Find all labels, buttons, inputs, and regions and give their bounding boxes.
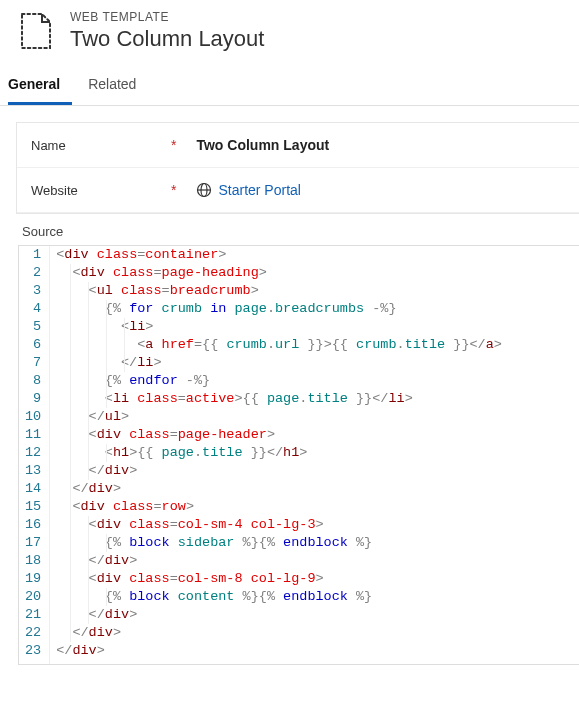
code-line[interactable]: </div> (56, 552, 579, 570)
line-number: 18 (25, 552, 41, 570)
label-source: Source (16, 214, 579, 245)
line-number: 5 (25, 318, 41, 336)
form-row-website: Website * Starter Portal (17, 168, 579, 213)
line-number: 21 (25, 606, 41, 624)
code-line[interactable]: </div> (56, 642, 579, 660)
line-number: 19 (25, 570, 41, 588)
code-line[interactable]: <div class=page-heading> (56, 264, 579, 282)
code-area[interactable]: <div class=container> <div class=page-he… (50, 246, 579, 664)
document-icon (16, 11, 56, 51)
line-number: 22 (25, 624, 41, 642)
code-line[interactable]: <div class=row> (56, 498, 579, 516)
record-header: WEB TEMPLATE Two Column Layout (0, 0, 579, 66)
line-number: 13 (25, 462, 41, 480)
line-number: 20 (25, 588, 41, 606)
line-number: 11 (25, 426, 41, 444)
code-line[interactable]: <div class=col-sm-8 col-lg-9> (56, 570, 579, 588)
form-row-name: Name * Two Column Layout (17, 123, 579, 168)
line-number: 23 (25, 642, 41, 660)
code-line[interactable]: <li class=active>{{ page.title }}</li> (56, 390, 579, 408)
label-name: Name (31, 138, 171, 153)
line-number: 6 (25, 336, 41, 354)
code-line[interactable]: </ul> (56, 408, 579, 426)
line-number: 8 (25, 372, 41, 390)
code-line[interactable]: <div class=page-header> (56, 426, 579, 444)
tab-bar: General Related (0, 66, 579, 106)
label-website: Website (31, 183, 171, 198)
code-line[interactable]: <div class=col-sm-4 col-lg-3> (56, 516, 579, 534)
code-line[interactable]: <div class=container> (56, 246, 579, 264)
code-line[interactable]: </div> (56, 606, 579, 624)
code-line[interactable]: </div> (56, 480, 579, 498)
code-line[interactable]: <li> (56, 318, 579, 336)
line-number: 14 (25, 480, 41, 498)
code-line[interactable]: {% block content %}{% endblock %} (56, 588, 579, 606)
line-number: 17 (25, 534, 41, 552)
line-number: 10 (25, 408, 41, 426)
line-number: 7 (25, 354, 41, 372)
tab-related[interactable]: Related (88, 66, 148, 105)
code-line[interactable]: {% for crumb in page.breadcrumbs -%} (56, 300, 579, 318)
code-line[interactable]: </li> (56, 354, 579, 372)
tab-general[interactable]: General (8, 66, 72, 105)
code-line[interactable]: {% block sidebar %}{% endblock %} (56, 534, 579, 552)
line-number: 2 (25, 264, 41, 282)
line-number: 4 (25, 300, 41, 318)
required-marker: * (171, 182, 176, 198)
name-field[interactable]: Two Column Layout (196, 137, 329, 153)
code-line[interactable]: <a href={{ crumb.url }}>{{ crumb.title }… (56, 336, 579, 354)
line-number: 16 (25, 516, 41, 534)
header-subtitle: WEB TEMPLATE (70, 10, 264, 24)
code-line[interactable]: </div> (56, 624, 579, 642)
line-number: 9 (25, 390, 41, 408)
form-panel: Name * Two Column Layout Website * Start… (16, 122, 579, 214)
line-number: 15 (25, 498, 41, 516)
line-number: 12 (25, 444, 41, 462)
source-editor[interactable]: 1234567891011121314151617181920212223 <d… (18, 245, 579, 665)
globe-icon (196, 182, 212, 198)
code-line[interactable]: {% endfor -%} (56, 372, 579, 390)
code-line[interactable]: <h1>{{ page.title }}</h1> (56, 444, 579, 462)
page-title: Two Column Layout (70, 26, 264, 52)
code-line[interactable]: <ul class=breadcrumb> (56, 282, 579, 300)
line-number: 1 (25, 246, 41, 264)
line-number: 3 (25, 282, 41, 300)
code-line[interactable]: </div> (56, 462, 579, 480)
website-lookup-link[interactable]: Starter Portal (218, 182, 300, 198)
line-number-gutter: 1234567891011121314151617181920212223 (19, 246, 50, 664)
required-marker: * (171, 137, 176, 153)
